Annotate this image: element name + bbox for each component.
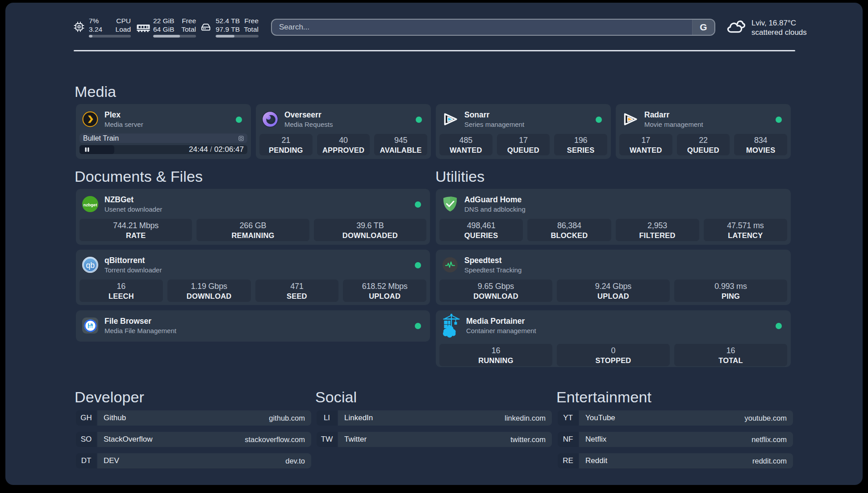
svg-text:nzbget: nzbget	[83, 202, 97, 207]
svg-text:qb: qb	[86, 261, 94, 270]
